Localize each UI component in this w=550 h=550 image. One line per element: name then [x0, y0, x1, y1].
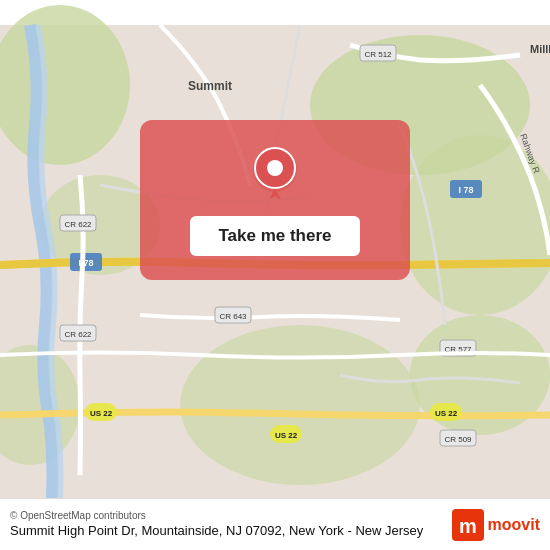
- moovit-logo: m moovit: [452, 509, 540, 541]
- action-card: Take me there: [140, 120, 410, 280]
- svg-text:Millb: Millb: [530, 43, 550, 55]
- svg-text:US 22: US 22: [90, 409, 113, 418]
- svg-text:CR 509: CR 509: [444, 435, 472, 444]
- info-left: © OpenStreetMap contributors Summit High…: [10, 510, 442, 540]
- osm-attribution: © OpenStreetMap contributors: [10, 510, 442, 521]
- svg-text:CR 622: CR 622: [64, 220, 92, 229]
- moovit-brand-name: moovit: [488, 516, 540, 534]
- take-me-there-button[interactable]: Take me there: [190, 216, 359, 256]
- info-bar: © OpenStreetMap contributors Summit High…: [0, 498, 550, 550]
- svg-text:US 22: US 22: [435, 409, 458, 418]
- svg-point-5: [180, 325, 420, 485]
- svg-text:Summit: Summit: [188, 79, 232, 93]
- address-text: Summit High Point Dr, Mountainside, NJ 0…: [10, 523, 442, 540]
- map-container: I 78 I 78 US 22 US 22 US 22 CR 622 CR 62…: [0, 0, 550, 550]
- svg-text:CR 643: CR 643: [219, 312, 247, 321]
- location-pin-icon: [249, 144, 301, 206]
- svg-text:CR 622: CR 622: [64, 330, 92, 339]
- svg-text:US 22: US 22: [275, 431, 298, 440]
- svg-text:CR 512: CR 512: [364, 50, 392, 59]
- moovit-brand-icon: m: [452, 509, 484, 541]
- svg-text:m: m: [459, 515, 477, 537]
- svg-text:I 78: I 78: [458, 185, 473, 195]
- svg-point-35: [267, 160, 283, 176]
